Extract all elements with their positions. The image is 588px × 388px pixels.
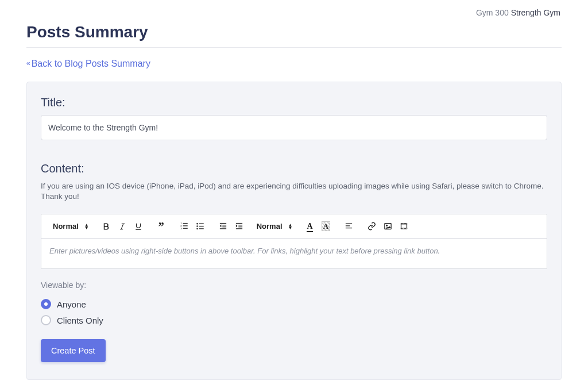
svg-text:3: 3 (180, 227, 182, 230)
svg-rect-42 (406, 228, 407, 229)
italic-button[interactable] (117, 221, 128, 232)
radio-anyone[interactable]: Anyone (41, 299, 547, 309)
svg-rect-7 (183, 223, 188, 224)
select-updown-icon: ▲▼ (84, 224, 89, 229)
rich-text-editor: Normal ▲▼ ” (41, 214, 547, 269)
title-divider (26, 47, 562, 48)
svg-line-2 (121, 224, 123, 229)
blockquote-button[interactable]: ” (156, 221, 167, 232)
back-link-label: Back to Blog Posts Summary (32, 59, 150, 69)
outdent-button[interactable] (218, 221, 229, 232)
svg-rect-37 (405, 224, 405, 224)
radio-icon (41, 299, 51, 309)
radio-anyone-label: Anyone (57, 299, 86, 309)
post-form-card: Title: Content: If you are using an IOS … (26, 82, 562, 380)
back-to-blog-link[interactable]: « Back to Blog Posts Summary (26, 59, 150, 69)
svg-rect-19 (220, 228, 226, 229)
content-label: Content: (41, 162, 547, 175)
svg-rect-9 (183, 228, 188, 229)
svg-rect-39 (402, 228, 403, 229)
svg-point-30 (386, 225, 388, 226)
post-title-input[interactable] (41, 115, 547, 140)
link-button[interactable] (366, 221, 377, 232)
radio-clients-only-label: Clients Only (57, 316, 103, 325)
svg-rect-22 (238, 225, 242, 225)
video-button[interactable] (398, 221, 409, 232)
content-help-text: If you are using an IOS device (iPhone, … (41, 181, 547, 201)
svg-marker-25 (236, 224, 238, 227)
svg-rect-40 (403, 228, 404, 229)
editor-toolbar: Normal ▲▼ ” (41, 214, 547, 239)
svg-rect-32 (401, 224, 407, 229)
editor-content-area[interactable]: Enter pictures/videos using right-side b… (41, 239, 547, 268)
svg-rect-27 (346, 225, 350, 226)
align-button[interactable] (343, 221, 354, 232)
bold-button[interactable] (100, 221, 112, 232)
editor-placeholder: Enter pictures/videos using right-side b… (49, 247, 440, 255)
svg-rect-17 (222, 225, 226, 225)
page-title: Posts Summary (26, 23, 562, 47)
svg-rect-41 (405, 228, 405, 229)
svg-rect-15 (199, 228, 204, 229)
svg-rect-23 (238, 226, 242, 227)
svg-rect-18 (222, 226, 226, 227)
svg-point-12 (196, 228, 198, 230)
viewable-by-label: Viewable by: (41, 281, 547, 290)
breadcrumb-prefix: Gym 300 (476, 8, 511, 17)
radio-icon (41, 315, 51, 325)
paragraph-style-select[interactable]: Normal ▲▼ (53, 222, 89, 231)
svg-rect-21 (236, 223, 242, 224)
svg-point-11 (196, 225, 198, 227)
svg-rect-24 (236, 228, 242, 229)
underline-button[interactable] (133, 221, 144, 232)
paragraph-style-value: Normal (53, 222, 79, 231)
font-size-select[interactable]: Normal ▲▼ (257, 222, 293, 231)
svg-point-10 (196, 223, 198, 225)
unordered-list-button[interactable] (195, 221, 206, 232)
text-color-button[interactable]: A (304, 221, 315, 232)
chevron-left-double-icon: « (26, 59, 29, 67)
radio-clients-only[interactable]: Clients Only (41, 315, 547, 325)
font-size-value: Normal (257, 222, 283, 231)
breadcrumb-current: Strength Gym (511, 8, 560, 17)
svg-marker-20 (220, 224, 222, 227)
svg-rect-35 (402, 224, 403, 224)
select-updown-icon: ▲▼ (288, 224, 293, 229)
title-label: Title: (41, 96, 547, 109)
background-color-button[interactable]: A (320, 221, 331, 232)
svg-rect-14 (199, 226, 204, 226)
svg-rect-8 (183, 225, 188, 226)
create-post-button[interactable]: Create Post (41, 339, 106, 362)
ordered-list-button[interactable]: 123 (179, 221, 190, 232)
svg-rect-26 (346, 224, 352, 224)
svg-rect-13 (199, 224, 204, 224)
svg-rect-28 (346, 228, 352, 228)
indent-button[interactable] (234, 221, 245, 232)
breadcrumb: Gym 300 Strength Gym (26, 6, 562, 23)
svg-rect-38 (406, 224, 407, 224)
svg-rect-16 (220, 223, 226, 224)
image-button[interactable] (382, 221, 393, 232)
svg-rect-36 (403, 224, 404, 224)
